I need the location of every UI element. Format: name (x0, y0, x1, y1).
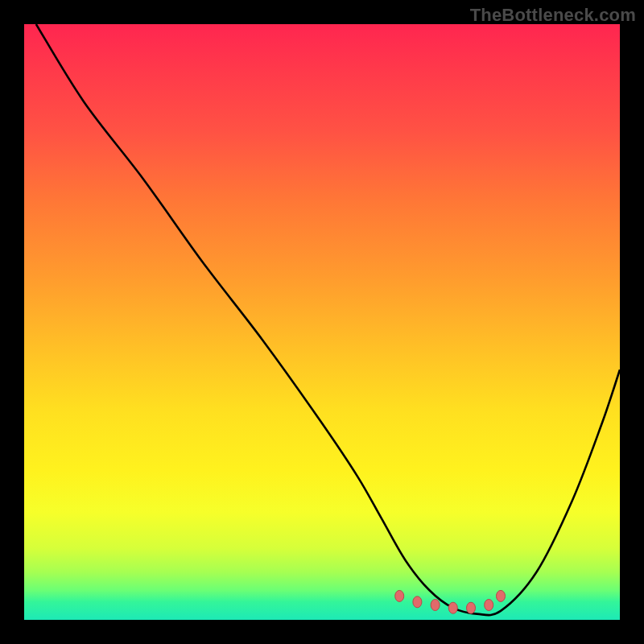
bottleneck-curve-path (36, 24, 620, 615)
optimal-marker (497, 590, 506, 601)
chart-svg (24, 24, 620, 620)
optimal-marker (395, 590, 404, 601)
optimal-marker (448, 602, 457, 613)
optimal-marker (431, 600, 440, 611)
optimal-marker (413, 597, 422, 608)
optimal-marker (467, 602, 476, 613)
plot-area (24, 24, 620, 620)
chart-frame: TheBottleneck.com (0, 0, 644, 644)
watermark-text: TheBottleneck.com (470, 5, 636, 26)
optimal-range-markers (395, 590, 506, 613)
optimal-marker (485, 600, 493, 611)
